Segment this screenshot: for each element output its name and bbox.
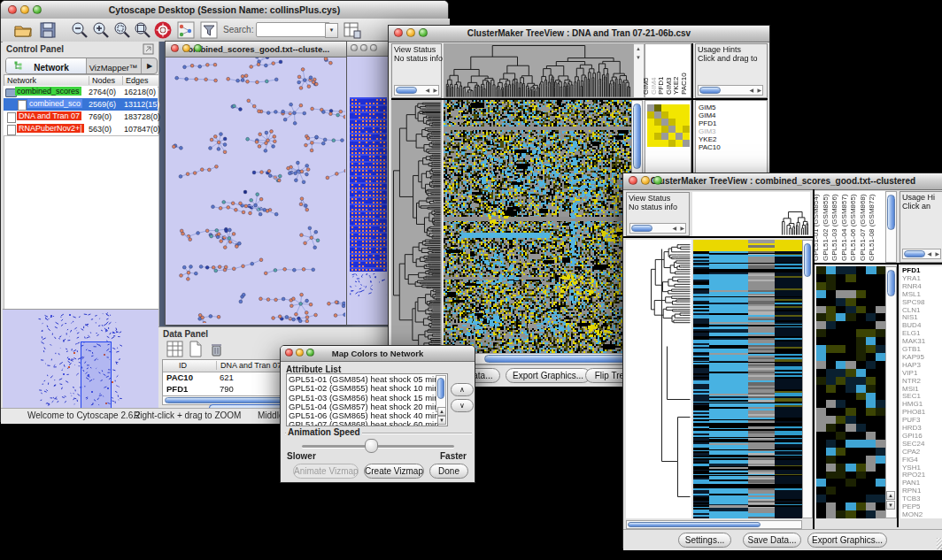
zoom-window-icon[interactable] (194, 44, 202, 52)
zoom-window-icon[interactable] (306, 349, 314, 357)
scroll-thumb[interactable] (628, 522, 761, 527)
zoom-window-icon[interactable] (33, 5, 42, 14)
gene-label[interactable]: RPO21 (902, 471, 925, 479)
gene-label[interactable]: MSI1 (902, 385, 919, 393)
speed-slider-track[interactable] (302, 445, 454, 448)
network-overview-panel[interactable] (3, 309, 158, 409)
column-dendrogram[interactable] (692, 192, 810, 236)
row-label[interactable]: PAC10 (699, 143, 721, 151)
close-icon[interactable] (171, 44, 179, 52)
minimize-icon[interactable] (182, 44, 190, 52)
gene-label[interactable]: BUD4 (902, 321, 921, 329)
gene-labels-panel[interactable]: PFD1YRA1RNR4MSL1SPC98CLN1NIS1BUD4ELG1MAK… (900, 266, 942, 518)
gene-label[interactable]: CLN1 (902, 306, 920, 314)
treeview2-titlebar[interactable]: ClusterMaker TreeView : combined_scores_… (623, 173, 942, 190)
scroll-thumb[interactable] (804, 243, 811, 277)
gene-label[interactable]: YSH1 (902, 464, 921, 472)
gene-label[interactable]: PHO81 (902, 408, 925, 416)
zoom-window-icon[interactable] (419, 28, 428, 37)
network-map-icon[interactable] (176, 20, 196, 40)
scroll-thumb[interactable] (631, 225, 652, 232)
gene-label[interactable]: TCB3 (902, 495, 920, 502)
network-tree-row[interactable]: DNA and Tran 07769(0)183728(0) (4, 111, 158, 123)
network-tree-row[interactable]: RNAPuberNov2+|563(0)107847(0) (4, 123, 158, 135)
tab-network[interactable]: Network (6, 58, 87, 73)
row-label[interactable]: PFD1 (699, 119, 716, 127)
gene-label[interactable]: MON2 (902, 510, 923, 518)
zoom-selected-icon[interactable] (112, 20, 132, 40)
gene-label[interactable]: ELG1 (902, 329, 920, 337)
col-header-edges[interactable]: Edges (122, 76, 149, 85)
scroll-thumb[interactable] (396, 87, 417, 94)
main-titlebar[interactable]: Cytoscape Desktop (Session Name: collins… (1, 1, 448, 19)
col-header-network[interactable]: Network (7, 76, 36, 85)
search-input[interactable] (256, 22, 330, 37)
attribute-browser-icon[interactable] (343, 20, 362, 40)
minimize-icon[interactable] (296, 349, 304, 357)
global-heatmap[interactable] (693, 240, 802, 518)
scroll-thumb[interactable] (887, 270, 895, 296)
move-up-button[interactable]: ∧ (451, 383, 474, 396)
scroll-down-icon[interactable]: ▼ (636, 55, 641, 60)
treeview1-titlebar[interactable]: ClusterMaker TreeView : DNA and Tran 07-… (389, 26, 769, 42)
row-dendrogram[interactable] (391, 100, 442, 353)
col-header-nodes[interactable]: Nodes (89, 76, 115, 85)
gene-label[interactable]: KAP95 (902, 353, 924, 361)
global-heatmap[interactable] (444, 100, 631, 353)
scroll-thumb[interactable] (484, 355, 629, 363)
zoom-heatmap[interactable] (647, 104, 690, 147)
gene-label[interactable]: RNR4 (902, 282, 922, 290)
gene-label[interactable]: PFD1 (902, 266, 920, 274)
speed-slider-thumb[interactable] (365, 439, 378, 453)
scroll-down-icon[interactable]: ▼ (886, 501, 895, 510)
resize-grip[interactable] (937, 538, 942, 549)
column-label[interactable]: PFD1 (657, 77, 665, 95)
gene-label[interactable]: PUF3 (902, 416, 920, 424)
gene-label[interactable]: NIS1 (902, 313, 918, 321)
scroll-left-icon[interactable]: ◀ (927, 250, 931, 257)
zoom-in-icon[interactable] (91, 20, 111, 40)
gene-label[interactable]: NTR2 (902, 377, 921, 385)
network-view-2-titlebar[interactable] (347, 42, 390, 57)
scroll-right-icon[interactable]: ▶ (680, 225, 684, 231)
attribute-listbox[interactable]: GPL51-01 (GSM854) heat shock 05 minGPL51… (286, 373, 448, 426)
scroll-right-icon[interactable]: ▶ (757, 87, 761, 93)
column-labels-vscrollbar[interactable] (885, 191, 897, 263)
open-folder-icon[interactable] (13, 20, 33, 40)
gene-label[interactable]: SEC1 (902, 392, 921, 400)
scroll-thumb[interactable] (437, 378, 444, 399)
row-dendrogram[interactable] (626, 240, 691, 518)
close-icon[interactable] (8, 5, 17, 14)
scroll-up-icon[interactable]: ▲ (636, 46, 641, 51)
gene-label[interactable]: HRD3 (902, 424, 922, 432)
zoom-out-icon[interactable] (70, 20, 89, 40)
row-label[interactable]: GIM3 (699, 127, 716, 135)
scroll-thumb[interactable] (887, 195, 895, 230)
export-graphics-button[interactable]: Export Graphics... (807, 533, 887, 548)
view-status-hscrollbar[interactable]: ◀▶ (394, 85, 439, 96)
save-data-button[interactable]: Save Data... (743, 533, 801, 548)
create-vizmap-button[interactable]: Create Vizmap (364, 464, 424, 479)
scroll-right-icon[interactable]: ▶ (433, 87, 437, 93)
minimize-icon[interactable] (641, 176, 650, 185)
export-graphics-button[interactable]: Export Graphics... (506, 368, 591, 383)
network-tree-row[interactable]: combined_sco2569(6)13112(15) (4, 98, 158, 111)
row-label[interactable]: YKE2 (699, 135, 716, 143)
scroll-left-icon[interactable]: ◀ (672, 225, 676, 231)
gene-label[interactable]: PEP5 (902, 502, 920, 510)
scroll-up-icon[interactable]: ▲ (437, 407, 446, 416)
gene-label[interactable]: GPI16 (902, 432, 923, 440)
minimize-icon[interactable] (20, 5, 29, 14)
zoom-window-icon[interactable] (653, 176, 662, 185)
new-attribute-icon[interactable] (187, 341, 204, 357)
network-tree-row[interactable]: combined_scores2764(0)16218(0) (4, 86, 158, 98)
scroll-left-icon[interactable]: ◀ (749, 87, 753, 93)
close-icon[interactable] (285, 349, 293, 357)
float-panel-icon[interactable] (143, 43, 154, 55)
gene-label[interactable]: SEC24 (902, 440, 924, 448)
network-canvas[interactable] (166, 58, 345, 323)
zoom-fit-icon[interactable] (133, 20, 152, 40)
column-label[interactable]: PAC10 (680, 73, 688, 95)
gene-label[interactable]: RPN1 (902, 487, 921, 495)
row-label[interactable]: GIM4 (699, 111, 716, 119)
